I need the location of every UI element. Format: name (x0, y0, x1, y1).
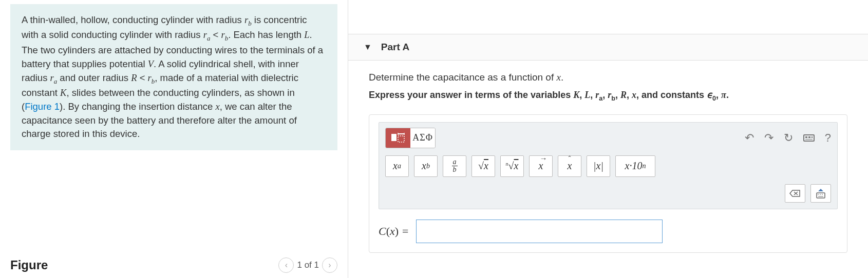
backspace-icon (789, 189, 801, 197)
toolbar-tab-greek[interactable]: ΑΣΦ (410, 128, 435, 148)
svg-marker-7 (818, 189, 823, 191)
keyboard-toggle-button[interactable] (810, 184, 831, 203)
svg-rect-8 (817, 193, 825, 198)
answer-box: ΑΣΦ ↶ ↷ ↻ ? xa xb ab √x n√x (369, 114, 847, 253)
reset-button[interactable]: ↻ (784, 131, 793, 145)
keyboard-icon (803, 134, 815, 142)
help-button[interactable]: ? (825, 131, 831, 145)
op-sci-button[interactable]: x·10n (615, 155, 655, 177)
figure-prev-button[interactable]: ‹ (278, 257, 294, 273)
disclosure-icon: ▼ (364, 43, 372, 52)
part-header[interactable]: ▼ Part A (348, 34, 868, 61)
op-nroot-button[interactable]: n√x (500, 155, 524, 177)
figure-section: Figure ‹ 1 of 1 › (10, 257, 337, 273)
backspace-button[interactable] (785, 184, 805, 203)
answer-pane: ▼ Part A Determine the capacitance as a … (348, 0, 868, 278)
problem-text: A thin-walled, hollow, conducting cylind… (22, 14, 323, 139)
op-fraction-button[interactable]: ab (443, 155, 466, 177)
keyboard-button[interactable] (803, 134, 815, 142)
undo-button[interactable]: ↶ (745, 131, 754, 145)
keyboard-up-icon (815, 188, 826, 199)
op-abs-button[interactable]: |x| (587, 155, 610, 177)
equation-lhs: C(x) = (379, 225, 409, 238)
op-vector-button[interactable]: →x (529, 155, 553, 177)
redo-button[interactable]: ↷ (764, 131, 773, 145)
toolbar-tab-group: ΑΣΦ (385, 128, 436, 148)
equation-row: C(x) = (379, 220, 838, 243)
op-subscript-button[interactable]: xb (414, 155, 438, 177)
problem-pane: A thin-walled, hollow, conducting cylind… (0, 0, 348, 278)
svg-rect-4 (398, 136, 404, 142)
figure-title: Figure (10, 258, 48, 272)
equation-input[interactable] (416, 220, 663, 243)
toolbar-tab-templates[interactable] (386, 128, 410, 148)
figure-next-button[interactable]: › (322, 257, 337, 273)
part-title: Part A (381, 42, 409, 53)
op-sqrt-button[interactable]: √x (471, 155, 495, 177)
svg-rect-0 (391, 134, 397, 141)
part-prompt: Determine the capacitance as a function … (369, 72, 847, 83)
figure-pager: ‹ 1 of 1 › (278, 257, 337, 273)
templates-icon (391, 132, 405, 144)
problem-statement: A thin-walled, hollow, conducting cylind… (10, 4, 337, 150)
toolbar-ops-row: xa xb ab √x n√x →x ˆx |x| x·10n (385, 155, 831, 177)
equation-toolbar: ΑΣΦ ↶ ↷ ↻ ? xa xb ab √x n√x (379, 122, 838, 209)
figure-page-indicator: 1 of 1 (297, 260, 319, 270)
op-hat-button[interactable]: ˆx (558, 155, 581, 177)
op-power-button[interactable]: xa (385, 155, 409, 177)
part-body: Determine the capacitance as a function … (348, 61, 868, 264)
part-hint: Express your answer in terms of the vari… (369, 89, 847, 102)
